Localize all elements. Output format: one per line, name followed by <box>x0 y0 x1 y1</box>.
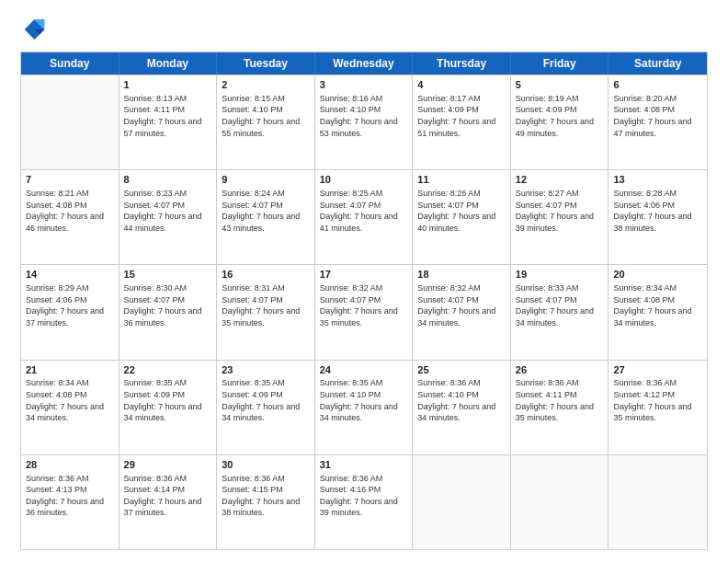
day-number: 17 <box>320 268 408 282</box>
day-header-thursday: Thursday <box>413 52 511 75</box>
day-number: 6 <box>613 78 702 92</box>
day-cell-19: 19Sunrise: 8:33 AMSunset: 4:07 PMDayligh… <box>511 265 609 359</box>
day-number: 15 <box>124 268 212 282</box>
day-cell-22: 22Sunrise: 8:35 AMSunset: 4:09 PMDayligh… <box>119 361 218 454</box>
day-cell-2: 2Sunrise: 8:15 AMSunset: 4:10 PMDaylight… <box>217 75 315 169</box>
day-number: 26 <box>516 363 604 377</box>
day-info: Sunrise: 8:24 AMSunset: 4:07 PMDaylight:… <box>222 188 310 234</box>
day-number: 19 <box>516 268 604 282</box>
day-info: Sunrise: 8:21 AMSunset: 4:08 PMDaylight:… <box>26 188 114 234</box>
day-info: Sunrise: 8:32 AMSunset: 4:07 PMDaylight:… <box>417 282 506 328</box>
day-header-monday: Monday <box>119 52 218 75</box>
day-number: 3 <box>320 78 408 92</box>
calendar-row-1: 7Sunrise: 8:21 AMSunset: 4:08 PMDaylight… <box>21 169 707 264</box>
day-info: Sunrise: 8:36 AMSunset: 4:12 PMDaylight:… <box>613 377 702 423</box>
day-cell-27: 27Sunrise: 8:36 AMSunset: 4:12 PMDayligh… <box>609 361 707 454</box>
day-info: Sunrise: 8:27 AMSunset: 4:07 PMDaylight:… <box>516 188 604 234</box>
day-header-sunday: Sunday <box>21 52 119 75</box>
day-number: 8 <box>124 173 212 187</box>
day-info: Sunrise: 8:36 AMSunset: 4:15 PMDaylight:… <box>222 473 310 519</box>
day-info: Sunrise: 8:35 AMSunset: 4:09 PMDaylight:… <box>222 377 310 423</box>
calendar-row-4: 28Sunrise: 8:36 AMSunset: 4:13 PMDayligh… <box>21 454 707 549</box>
day-header-saturday: Saturday <box>609 52 707 75</box>
page-header <box>20 17 708 42</box>
day-number: 28 <box>26 458 114 472</box>
logo <box>20 17 50 42</box>
day-number: 14 <box>26 268 114 282</box>
day-cell-12: 12Sunrise: 8:27 AMSunset: 4:07 PMDayligh… <box>511 170 609 264</box>
calendar-grid: SundayMondayTuesdayWednesdayThursdayFrid… <box>20 52 708 550</box>
day-cell-17: 17Sunrise: 8:32 AMSunset: 4:07 PMDayligh… <box>315 265 414 359</box>
day-number: 7 <box>26 173 114 187</box>
empty-cell-4-4 <box>413 455 511 549</box>
day-info: Sunrise: 8:25 AMSunset: 4:07 PMDaylight:… <box>320 188 408 234</box>
day-info: Sunrise: 8:17 AMSunset: 4:09 PMDaylight:… <box>417 93 506 139</box>
logo-icon <box>20 17 46 42</box>
day-number: 20 <box>613 268 702 282</box>
day-number: 29 <box>124 458 212 472</box>
day-info: Sunrise: 8:16 AMSunset: 4:10 PMDaylight:… <box>320 93 408 139</box>
day-info: Sunrise: 8:35 AMSunset: 4:09 PMDaylight:… <box>124 377 212 423</box>
day-number: 1 <box>124 78 212 92</box>
day-number: 21 <box>26 363 114 377</box>
day-cell-21: 21Sunrise: 8:34 AMSunset: 4:08 PMDayligh… <box>21 361 119 454</box>
day-info: Sunrise: 8:30 AMSunset: 4:07 PMDaylight:… <box>124 282 212 328</box>
day-cell-14: 14Sunrise: 8:29 AMSunset: 4:06 PMDayligh… <box>21 265 119 359</box>
day-info: Sunrise: 8:15 AMSunset: 4:10 PMDaylight:… <box>222 93 310 139</box>
day-cell-3: 3Sunrise: 8:16 AMSunset: 4:10 PMDaylight… <box>315 75 414 169</box>
day-number: 31 <box>320 458 408 472</box>
calendar-row-3: 21Sunrise: 8:34 AMSunset: 4:08 PMDayligh… <box>21 360 707 454</box>
day-info: Sunrise: 8:28 AMSunset: 4:06 PMDaylight:… <box>613 188 702 234</box>
day-info: Sunrise: 8:36 AMSunset: 4:16 PMDaylight:… <box>320 473 408 519</box>
day-info: Sunrise: 8:36 AMSunset: 4:10 PMDaylight:… <box>417 377 506 423</box>
day-number: 25 <box>417 363 506 377</box>
empty-cell-4-6 <box>609 455 707 549</box>
day-info: Sunrise: 8:23 AMSunset: 4:07 PMDaylight:… <box>124 188 212 234</box>
day-info: Sunrise: 8:34 AMSunset: 4:08 PMDaylight:… <box>26 377 114 423</box>
day-info: Sunrise: 8:29 AMSunset: 4:06 PMDaylight:… <box>26 282 114 328</box>
day-number: 23 <box>222 363 310 377</box>
calendar-header-row: SundayMondayTuesdayWednesdayThursdayFrid… <box>21 52 707 75</box>
empty-cell-4-5 <box>511 455 609 549</box>
day-info: Sunrise: 8:36 AMSunset: 4:11 PMDaylight:… <box>516 377 604 423</box>
calendar-body: 1Sunrise: 8:13 AMSunset: 4:11 PMDaylight… <box>21 75 707 549</box>
day-header-friday: Friday <box>511 52 609 75</box>
day-info: Sunrise: 8:32 AMSunset: 4:07 PMDaylight:… <box>320 282 408 328</box>
day-number: 24 <box>320 363 408 377</box>
day-cell-16: 16Sunrise: 8:31 AMSunset: 4:07 PMDayligh… <box>217 265 315 359</box>
day-cell-26: 26Sunrise: 8:36 AMSunset: 4:11 PMDayligh… <box>511 361 609 454</box>
empty-cell-0-0 <box>21 75 119 169</box>
day-cell-10: 10Sunrise: 8:25 AMSunset: 4:07 PMDayligh… <box>315 170 414 264</box>
day-cell-6: 6Sunrise: 8:20 AMSunset: 4:08 PMDaylight… <box>609 75 707 169</box>
day-cell-1: 1Sunrise: 8:13 AMSunset: 4:11 PMDaylight… <box>119 75 218 169</box>
day-cell-29: 29Sunrise: 8:36 AMSunset: 4:14 PMDayligh… <box>119 455 218 549</box>
day-cell-23: 23Sunrise: 8:35 AMSunset: 4:09 PMDayligh… <box>217 361 315 454</box>
calendar-row-0: 1Sunrise: 8:13 AMSunset: 4:11 PMDaylight… <box>21 75 707 169</box>
day-number: 13 <box>613 173 702 187</box>
day-cell-5: 5Sunrise: 8:19 AMSunset: 4:09 PMDaylight… <box>511 75 609 169</box>
day-info: Sunrise: 8:13 AMSunset: 4:11 PMDaylight:… <box>124 93 212 139</box>
day-info: Sunrise: 8:26 AMSunset: 4:07 PMDaylight:… <box>417 188 506 234</box>
day-cell-8: 8Sunrise: 8:23 AMSunset: 4:07 PMDaylight… <box>119 170 218 264</box>
day-number: 22 <box>124 363 212 377</box>
day-info: Sunrise: 8:31 AMSunset: 4:07 PMDaylight:… <box>222 282 310 328</box>
day-cell-28: 28Sunrise: 8:36 AMSunset: 4:13 PMDayligh… <box>21 455 119 549</box>
day-number: 11 <box>417 173 506 187</box>
day-cell-25: 25Sunrise: 8:36 AMSunset: 4:10 PMDayligh… <box>413 361 511 454</box>
day-info: Sunrise: 8:36 AMSunset: 4:14 PMDaylight:… <box>124 473 212 519</box>
day-number: 16 <box>222 268 310 282</box>
day-cell-20: 20Sunrise: 8:34 AMSunset: 4:08 PMDayligh… <box>609 265 707 359</box>
day-number: 30 <box>222 458 310 472</box>
day-number: 5 <box>516 78 604 92</box>
day-cell-13: 13Sunrise: 8:28 AMSunset: 4:06 PMDayligh… <box>609 170 707 264</box>
day-cell-24: 24Sunrise: 8:35 AMSunset: 4:10 PMDayligh… <box>315 361 414 454</box>
day-header-wednesday: Wednesday <box>315 52 414 75</box>
day-info: Sunrise: 8:36 AMSunset: 4:13 PMDaylight:… <box>26 473 114 519</box>
day-info: Sunrise: 8:33 AMSunset: 4:07 PMDaylight:… <box>516 282 604 328</box>
day-info: Sunrise: 8:20 AMSunset: 4:08 PMDaylight:… <box>613 93 702 139</box>
day-header-tuesday: Tuesday <box>217 52 315 75</box>
day-cell-7: 7Sunrise: 8:21 AMSunset: 4:08 PMDaylight… <box>21 170 119 264</box>
day-number: 27 <box>613 363 702 377</box>
day-number: 10 <box>320 173 408 187</box>
day-cell-31: 31Sunrise: 8:36 AMSunset: 4:16 PMDayligh… <box>315 455 414 549</box>
